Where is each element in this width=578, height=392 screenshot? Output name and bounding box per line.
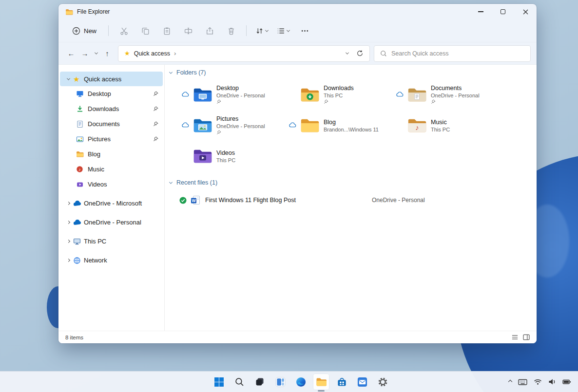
large-icons-view-toggle[interactable] xyxy=(523,334,530,340)
word-document-icon: W xyxy=(191,195,200,205)
paste-button[interactable] xyxy=(158,22,175,39)
more-options-button[interactable] xyxy=(296,22,313,39)
collapse-chevron-icon[interactable] xyxy=(169,70,173,74)
folder-location: This PC xyxy=(324,93,354,98)
onedrive-cloud-icon xyxy=(73,201,84,206)
chevron-down-icon xyxy=(94,51,97,55)
file-explorer-icon xyxy=(316,377,327,387)
sidebar-item-label: OneDrive - Personal xyxy=(84,219,141,226)
battery-icon[interactable] xyxy=(562,378,571,385)
folder-tile-desktop[interactable]: Desktop OneDrive - Personal xyxy=(175,81,283,108)
new-button[interactable]: New xyxy=(67,22,101,39)
sidebar-item-onedrive-personal[interactable]: OneDrive - Personal xyxy=(58,213,164,232)
sidebar-item-downloads[interactable]: Downloads xyxy=(58,101,164,116)
recent-files-header-label: Recent files (1) xyxy=(176,179,217,186)
search-input[interactable] xyxy=(391,50,524,57)
folder-tile-videos[interactable]: Videos This PC xyxy=(175,143,283,169)
sidebar-item-blog[interactable]: Blog xyxy=(58,147,164,162)
touch-keyboard-icon[interactable] xyxy=(518,378,527,386)
folders-header-label: Folders (7) xyxy=(176,69,206,76)
command-bar: New xyxy=(58,19,537,42)
folder-tile-documents[interactable]: Documents OneDrive - Personal xyxy=(390,81,497,108)
delete-button[interactable] xyxy=(223,22,239,39)
breadcrumb[interactable]: ★ Quick access › xyxy=(118,45,370,62)
details-view-toggle[interactable] xyxy=(512,334,518,340)
folder-location: OneDrive - Personal xyxy=(431,93,480,98)
store-icon xyxy=(337,377,347,387)
svg-text:♪: ♪ xyxy=(415,124,419,132)
widgets-button[interactable] xyxy=(272,373,289,390)
share-button[interactable] xyxy=(201,22,218,39)
chevron-right-icon[interactable] xyxy=(63,221,73,224)
pin-icon xyxy=(153,106,158,112)
microsoft-store-button[interactable] xyxy=(333,373,350,390)
windows-logo-icon xyxy=(214,377,224,387)
task-view-icon xyxy=(255,377,265,387)
sort-button[interactable] xyxy=(253,22,270,39)
task-view-button[interactable] xyxy=(251,373,268,390)
sidebar-item-videos[interactable]: Videos xyxy=(58,177,164,192)
address-dropdown-chevron[interactable] xyxy=(346,51,349,55)
forward-icon: → xyxy=(81,49,89,57)
sidebar-item-label: Documents xyxy=(88,120,120,128)
recent-files-section-header[interactable]: Recent files (1) xyxy=(170,177,537,188)
refresh-icon[interactable] xyxy=(356,50,364,57)
sidebar-item-music[interactable]: ♪ Music xyxy=(58,162,164,177)
sidebar-item-pictures[interactable]: Pictures xyxy=(58,131,164,147)
taskbar-search-button[interactable] xyxy=(231,373,248,390)
folder-tile-downloads[interactable]: Downloads This PC xyxy=(283,81,390,108)
settings-button[interactable] xyxy=(374,373,391,390)
mail-icon xyxy=(357,377,367,387)
volume-icon[interactable] xyxy=(548,378,556,385)
wifi-icon[interactable] xyxy=(534,378,542,385)
breadcrumb-item-quick-access[interactable]: Quick access xyxy=(134,50,170,57)
chevron-right-icon[interactable] xyxy=(63,202,73,205)
folder-tile-music[interactable]: ♪ Music This PC xyxy=(390,112,497,139)
folders-section-header[interactable]: Folders (7) xyxy=(170,67,537,78)
close-button[interactable] xyxy=(514,4,537,19)
chevron-right-icon[interactable] xyxy=(63,259,73,261)
view-button[interactable] xyxy=(275,22,291,39)
sidebar-item-network[interactable]: Network xyxy=(58,251,164,270)
minimize-button[interactable] xyxy=(469,4,492,19)
sidebar-item-label: Pictures xyxy=(88,135,111,143)
status-bar: 8 items xyxy=(58,331,537,343)
gear-icon xyxy=(378,377,388,387)
mail-button[interactable] xyxy=(354,373,370,390)
start-button[interactable] xyxy=(211,373,227,390)
rename-button[interactable] xyxy=(180,22,196,39)
sidebar-item-label: Music xyxy=(88,166,104,173)
up-icon: ↑ xyxy=(105,49,109,57)
file-explorer-button[interactable] xyxy=(313,373,329,390)
recent-file-row[interactable]: W First Windows 11 Flight Blog Post OneD… xyxy=(179,191,537,209)
sidebar-item-label: Quick access xyxy=(84,75,121,83)
folder-tile-blog[interactable]: Blog Brandon...\Windows 11 xyxy=(283,112,390,139)
sidebar-item-this-pc[interactable]: This PC xyxy=(58,232,164,251)
sidebar-item-onedrive-microsoft[interactable]: OneDrive - Microsoft xyxy=(58,194,164,213)
cut-button[interactable] xyxy=(116,22,132,39)
sidebar-item-quick-access[interactable]: ★ Quick access xyxy=(60,72,163,86)
chevron-down-icon[interactable] xyxy=(63,78,73,80)
folder-tile-pictures[interactable]: Pictures OneDrive - Personal xyxy=(175,112,283,139)
sidebar-item-label: Desktop xyxy=(88,90,111,97)
up-button[interactable]: ↑ xyxy=(100,46,114,61)
copy-button[interactable] xyxy=(137,22,154,39)
quick-access-star-icon: ★ xyxy=(73,75,84,83)
sidebar-item-desktop[interactable]: Desktop xyxy=(58,86,164,101)
close-icon xyxy=(523,9,528,15)
folder-name: Documents xyxy=(431,85,480,92)
collapse-chevron-icon[interactable] xyxy=(169,180,173,184)
edge-button[interactable] xyxy=(292,373,309,390)
svg-text:W: W xyxy=(192,198,196,203)
forward-button[interactable]: → xyxy=(78,46,92,61)
this-pc-icon xyxy=(73,238,84,245)
paste-icon xyxy=(163,27,171,35)
onedrive-status-cloud-icon xyxy=(396,92,404,97)
chevron-right-icon[interactable] xyxy=(63,240,73,243)
items-view: Folders (7) Desktop OneDrive - Personal xyxy=(165,65,537,331)
back-button[interactable]: ← xyxy=(64,46,78,61)
maximize-button[interactable] xyxy=(492,4,514,19)
sidebar-item-documents[interactable]: Documents xyxy=(58,116,164,131)
tray-overflow-button[interactable] xyxy=(509,380,512,383)
recent-locations-button[interactable] xyxy=(92,46,100,61)
